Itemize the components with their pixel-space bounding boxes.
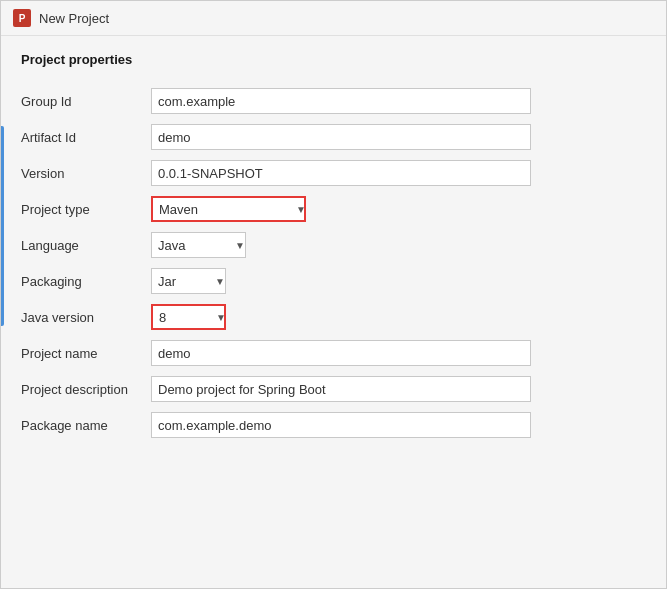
group-id-label: Group Id: [21, 83, 151, 119]
window: P New Project Project properties Group I…: [0, 0, 667, 589]
project-name-input[interactable]: [151, 340, 531, 366]
project-type-select[interactable]: Maven Gradle - Kotlin Gradle - Groovy: [151, 196, 306, 222]
content-area: Project properties Group Id Artifact Id …: [1, 36, 666, 588]
version-input[interactable]: [151, 160, 531, 186]
language-select[interactable]: Java Kotlin Groovy: [151, 232, 246, 258]
packaging-field: Jar War ▼: [151, 263, 646, 299]
project-name-label: Project name: [21, 335, 151, 371]
java-version-select[interactable]: 8 11 17 21: [151, 304, 226, 330]
project-type-wrapper: Maven Gradle - Kotlin Gradle - Groovy ▼: [151, 196, 311, 222]
form-table: Group Id Artifact Id Version: [21, 83, 646, 443]
version-row: Version: [21, 155, 646, 191]
java-version-field: 8 11 17 21 ▼: [151, 299, 646, 335]
window-title: New Project: [39, 11, 109, 26]
project-description-input[interactable]: [151, 376, 531, 402]
project-description-row: Project description: [21, 371, 646, 407]
project-description-field: [151, 371, 646, 407]
java-version-wrapper: 8 11 17 21 ▼: [151, 304, 231, 330]
title-bar: P New Project: [1, 1, 666, 36]
section-title: Project properties: [21, 52, 646, 67]
artifact-id-row: Artifact Id: [21, 119, 646, 155]
project-name-field: [151, 335, 646, 371]
package-name-field: [151, 407, 646, 443]
language-field: Java Kotlin Groovy ▼: [151, 227, 646, 263]
artifact-id-input[interactable]: [151, 124, 531, 150]
project-name-row: Project name: [21, 335, 646, 371]
packaging-label: Packaging: [21, 263, 151, 299]
artifact-id-label: Artifact Id: [21, 119, 151, 155]
package-name-input[interactable]: [151, 412, 531, 438]
group-id-row: Group Id: [21, 83, 646, 119]
java-version-label: Java version: [21, 299, 151, 335]
app-icon: P: [13, 9, 31, 27]
project-type-field: Maven Gradle - Kotlin Gradle - Groovy ▼: [151, 191, 646, 227]
packaging-row: Packaging Jar War ▼: [21, 263, 646, 299]
package-name-row: Package name: [21, 407, 646, 443]
packaging-wrapper: Jar War ▼: [151, 268, 231, 294]
group-id-input[interactable]: [151, 88, 531, 114]
version-label: Version: [21, 155, 151, 191]
language-label: Language: [21, 227, 151, 263]
group-id-field: [151, 83, 646, 119]
left-accent-bar: [1, 126, 4, 326]
language-row: Language Java Kotlin Groovy ▼: [21, 227, 646, 263]
project-type-row: Project type Maven Gradle - Kotlin Gradl…: [21, 191, 646, 227]
language-wrapper: Java Kotlin Groovy ▼: [151, 232, 251, 258]
java-version-row: Java version 8 11 17 21 ▼: [21, 299, 646, 335]
version-field: [151, 155, 646, 191]
package-name-label: Package name: [21, 407, 151, 443]
project-description-label: Project description: [21, 371, 151, 407]
project-type-label: Project type: [21, 191, 151, 227]
packaging-select[interactable]: Jar War: [151, 268, 226, 294]
artifact-id-field: [151, 119, 646, 155]
